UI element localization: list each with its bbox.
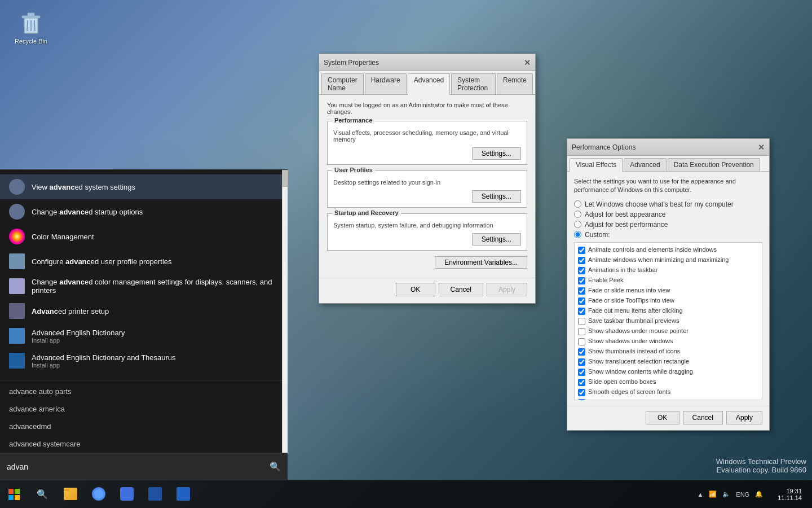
cb-smooth-fonts-label: Smooth edges of screen fonts	[588, 388, 670, 395]
tray-icon-notifications[interactable]: 🔔	[754, 491, 764, 498]
tab-remote[interactable]: Remote	[497, 73, 533, 94]
svg-rect-9	[15, 495, 20, 500]
cb-save-taskbar[interactable]: Save taskbar thumbnail previews	[575, 316, 762, 326]
taskbar-app-5[interactable]	[169, 480, 197, 509]
cb-smooth-fonts[interactable]: Smooth edges of screen fonts	[575, 387, 762, 397]
tray-icon-1[interactable]: ▲	[696, 491, 704, 498]
user-profiles-desc: Desktop settings related to your sign-in	[333, 179, 521, 186]
taskbar: 🔍 ▲ 📶	[0, 480, 812, 508]
system-properties-ok-btn[interactable]: OK	[396, 283, 435, 296]
cb-shadows-mouse[interactable]: Show shadows under mouse pointer	[575, 326, 762, 336]
suggestion-1[interactable]: advance auto parts	[0, 383, 288, 400]
search-result-6[interactable]: Advanced printer setup	[0, 299, 288, 323]
taskbar-file-explorer[interactable]	[56, 480, 85, 509]
perf-tab-advanced[interactable]: Advanced	[624, 158, 666, 171]
cb-animate-controls-input[interactable]	[578, 247, 585, 254]
cb-fade-menu-items-input[interactable]	[578, 308, 585, 315]
cb-animations-taskbar[interactable]: Animations in the taskbar	[575, 265, 762, 275]
search-result-5[interactable]: Change advanced color management setting…	[0, 274, 288, 299]
search-button-icon[interactable]: 🔍	[270, 461, 281, 472]
visual-effects-checkbox-list: Animate controls and elements inside win…	[574, 242, 762, 400]
search-result-1[interactable]: View advanced system settings	[0, 174, 288, 199]
cb-animate-windows-input[interactable]	[578, 257, 585, 264]
cb-fade-slide-menus-input[interactable]	[578, 287, 585, 295]
tab-hardware[interactable]: Hardware	[365, 73, 407, 94]
cb-fade-menu-items[interactable]: Fade out menu items after clicking	[575, 306, 762, 316]
radio-windows-best-input[interactable]	[574, 200, 581, 208]
cb-shadows-windows-input[interactable]	[578, 338, 585, 345]
radio-best-performance-input[interactable]	[574, 221, 581, 228]
system-properties-apply-btn[interactable]: Apply	[487, 283, 527, 296]
tray-icon-volume[interactable]: 🔈	[721, 491, 731, 498]
cb-shadows-mouse-input[interactable]	[578, 328, 585, 335]
cb-save-taskbar-input[interactable]	[578, 318, 585, 325]
system-properties-close[interactable]: ✕	[524, 59, 531, 67]
cb-smooth-scroll-input[interactable]	[578, 399, 585, 400]
taskbar-search-button[interactable]: 🔍	[28, 480, 56, 509]
search-input[interactable]	[7, 462, 270, 471]
tray-icon-network[interactable]: 📶	[708, 491, 718, 498]
tab-advanced[interactable]: Advanced	[408, 73, 450, 95]
cb-slide-combos[interactable]: Slide open combo boxes	[575, 377, 762, 387]
cb-window-contents-dragging[interactable]: Show window contents while dragging	[575, 367, 762, 377]
cb-thumbnails-icons-input[interactable]	[578, 348, 585, 356]
tab-computer-name[interactable]: Computer Name	[321, 73, 364, 94]
search-result-4[interactable]: Configure advanced user profile properti…	[0, 249, 288, 274]
performance-settings-btn[interactable]: Settings...	[472, 147, 521, 160]
search-scrollbar-thumb[interactable]	[283, 170, 288, 187]
cb-enable-peek[interactable]: Enable Peek	[575, 275, 762, 286]
perf-options-ok-btn[interactable]: OK	[646, 411, 679, 424]
cb-translucent-selection-input[interactable]	[578, 358, 585, 366]
cb-smooth-fonts-input[interactable]	[578, 389, 585, 396]
cb-animate-controls[interactable]: Animate controls and elements inside win…	[575, 245, 762, 255]
cb-shadows-mouse-label: Show shadows under mouse pointer	[588, 327, 689, 334]
startup-recovery-settings-btn[interactable]: Settings...	[472, 233, 521, 246]
radio-best-appearance-input[interactable]	[574, 211, 581, 218]
system-properties-title: System Properties	[324, 59, 379, 67]
search-result-3[interactable]: Color Management	[0, 224, 288, 249]
perf-options-tabs: Visual Effects Advanced Data Execution P…	[567, 156, 769, 172]
perf-options-close[interactable]: ✕	[758, 143, 765, 151]
user-profiles-settings-btn[interactable]: Settings...	[472, 190, 521, 203]
perf-options-cancel-btn[interactable]: Cancel	[683, 411, 723, 424]
system-properties-titlebar: System Properties ✕	[319, 54, 535, 71]
search-panel: View advanced system settings Change adv…	[0, 169, 288, 480]
taskbar-clock[interactable]: 19:31 11.11.14	[773, 488, 806, 501]
radio-custom-input[interactable]	[574, 231, 581, 238]
perf-tab-visual-effects[interactable]: Visual Effects	[570, 158, 623, 172]
cb-animate-windows[interactable]: Animate windows when minimizing and maxi…	[575, 255, 762, 265]
cb-fade-slide-tooltips[interactable]: Fade or slide ToolTips into view	[575, 296, 762, 306]
recycle-bin-icon[interactable]: Recycle Bin	[11, 8, 51, 45]
start-button[interactable]	[0, 480, 28, 509]
taskbar-ie[interactable]	[85, 480, 113, 509]
cb-smooth-scroll[interactable]: Smooth-scroll list boxes	[575, 397, 762, 400]
perf-options-apply-btn[interactable]: Apply	[726, 411, 762, 424]
cb-enable-peek-label: Enable Peek	[588, 277, 623, 283]
search-result-8[interactable]: Advanced English Dictionary and Thesauru…	[0, 348, 288, 373]
cb-translucent-selection[interactable]: Show translucent selection rectangle	[575, 357, 762, 367]
suggestion-3[interactable]: advancedmd	[0, 418, 288, 435]
tray-icon-language[interactable]: ENG	[735, 491, 751, 498]
cb-fade-slide-tooltips-input[interactable]	[578, 297, 585, 305]
search-result-2[interactable]: Change advanced startup options	[0, 199, 288, 224]
cb-thumbnails-icons[interactable]: Show thumbnails instead of icons	[575, 347, 762, 357]
system-properties-cancel-btn[interactable]: Cancel	[439, 283, 483, 296]
cb-shadows-windows[interactable]: Show shadows under windows	[575, 336, 762, 347]
cb-window-contents-dragging-input[interactable]	[578, 369, 585, 376]
suggestion-4[interactable]: advanced systemcare	[0, 435, 288, 453]
cb-fade-slide-menus[interactable]: Fade or slide menus into view	[575, 286, 762, 296]
search-result-7[interactable]: Advanced English Dictionary Install app	[0, 323, 288, 348]
result-1-icon	[9, 179, 25, 195]
startup-recovery-desc: System startup, system failure, and debu…	[333, 222, 521, 229]
tab-system-protection[interactable]: System Protection	[451, 73, 496, 94]
env-variables-btn[interactable]: Environment Variables...	[435, 256, 527, 269]
search-scrollbar[interactable]	[282, 170, 288, 453]
cb-animations-taskbar-input[interactable]	[578, 267, 585, 274]
perf-desc: Select the settings you want to use for …	[574, 177, 762, 195]
suggestion-2[interactable]: advance america	[0, 400, 288, 418]
taskbar-store[interactable]	[113, 480, 141, 509]
perf-tab-dep[interactable]: Data Execution Prevention	[668, 158, 760, 171]
cb-slide-combos-input[interactable]	[578, 379, 585, 386]
taskbar-task-manager[interactable]	[141, 480, 169, 509]
cb-enable-peek-input[interactable]	[578, 277, 585, 284]
